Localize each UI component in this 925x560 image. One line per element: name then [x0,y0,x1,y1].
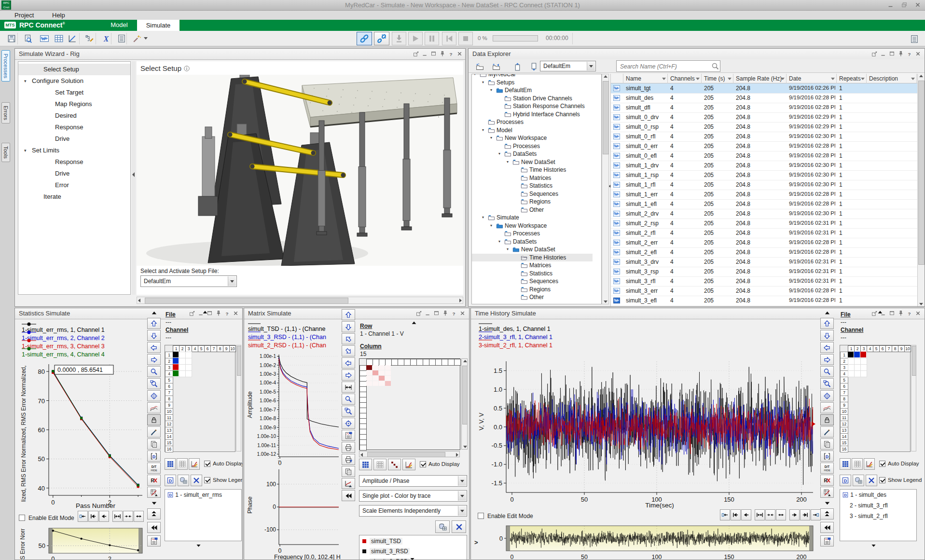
statistics-grid-scrollbar[interactable] [236,345,241,451]
explorer-node-sequences[interactable]: Sequences [472,277,593,286]
statistics-close-button[interactable] [232,310,239,317]
strip-pan-up-button[interactable] [147,318,161,329]
explorer-node-matrices[interactable]: Matrices [472,174,593,182]
wizard-close-button[interactable] [456,50,463,57]
explorer-node-sequences[interactable]: Sequences [472,190,593,198]
strip-pan-down-button[interactable] [147,330,161,341]
matrix-minimize-button[interactable] [424,310,431,317]
statistics-show-legend-checkbox[interactable] [204,477,210,483]
strip-copy-button[interactable] [342,466,355,477]
wizard-pin-button[interactable] [439,50,446,57]
matrix-auto-display-checkbox[interactable] [420,461,426,467]
wizard-step-iterate[interactable]: Iterate [18,191,130,203]
time-history-overview-plot[interactable]: 0050100150200 [476,523,816,560]
matrix-grid-blue-button[interactable] [359,459,372,470]
strip-collapse-up-icon[interactable] [147,309,161,317]
time-history-enable-edit-checkbox[interactable] [478,513,484,519]
matrix-grid-white-button[interactable] [373,459,387,470]
tab-model[interactable]: Model [107,21,131,28]
table-row-simult_0_err[interactable]: simult_0_err4205204.89/19/2016 02:28 PM1 [611,141,918,151]
strip-autoscale-button[interactable] [820,402,834,413]
explorer-close-button[interactable] [914,50,922,57]
wizard-step-select-setup[interactable]: Select Setup [18,64,130,75]
dock-tab-tools[interactable]: Tools [1,143,10,162]
matrix-grid-hscrollbar[interactable] [359,451,460,457]
statistics-nav-step-back-button[interactable] [99,511,109,522]
strip-clear-traces-button[interactable]: R [147,475,161,486]
transport-link-button[interactable] [357,32,372,45]
strip-pan-right-button[interactable] [820,354,834,365]
window-minimize-button[interactable] [887,1,894,8]
strip-select-up-button[interactable] [342,333,355,344]
time-history-expand-icon[interactable] [869,542,878,548]
statistics-enable-edit-checkbox[interactable] [19,515,25,521]
column-header-date[interactable]: Date [787,74,837,83]
strip-pan-down-button[interactable] [820,330,834,341]
column-header-repeats[interactable]: Repeats [837,74,867,83]
explorer-node-regions[interactable]: Regions [472,286,593,294]
toolbar-function-button[interactable]: X [99,32,112,45]
strip-clear-traces-button[interactable]: R [820,475,834,486]
strip-zoom-window-button[interactable] [342,406,355,417]
time-history-grid-white-button[interactable] [852,458,863,470]
time-history-nav-step-back-button[interactable] [741,509,751,520]
menu-item-project[interactable]: Project [12,12,37,19]
matrix-trace-item[interactable]: simult_3_RSD [362,548,410,555]
matrix-pin-button[interactable] [442,310,449,317]
strip-print-button[interactable] [342,442,355,453]
matrix-trace-item[interactable]: simult_TSD [362,538,402,545]
strip-pan-up-button[interactable] [342,309,355,320]
table-row-simult_2_rsp[interactable]: simult_2_rsp4205204.89/19/2016 02:31 PM1 [611,219,918,229]
statistics-plot[interactable]: 8070605040020.0000 , 85.6541Pass Number [17,356,146,511]
explorer-node-statistics[interactable]: Statistics [472,182,593,190]
wizard-step-map-regions[interactable]: Map Regions [18,98,130,110]
wizard-step-error[interactable]: Error [18,179,130,191]
table-row-simult_dfl[interactable]: simult_dfl4205204.89/19/2016 02:28 PM1 [611,103,918,113]
strip-pan-left-button[interactable] [147,342,161,353]
menu-item-help[interactable]: Help [49,12,68,19]
statistics-nav-edit-prev-button[interactable] [78,511,88,522]
column-header-name[interactable]: Name [623,74,668,83]
explorer-node-new-workspace[interactable]: ▾New Workspace [472,222,593,230]
wizard-splitter[interactable] [132,61,136,295]
time-history-collapse-icon[interactable] [875,309,885,316]
table-row-simult_3_rfl[interactable]: simult_3_rfl4205204.89/19/2016 02:31 PM1 [611,276,918,287]
strip-chart-settings-button[interactable] [147,487,161,498]
matrix-collapse-icon[interactable] [409,320,419,327]
matrix-expand-icon[interactable] [407,556,417,560]
strip-pan-left-button[interactable] [820,342,834,353]
explorer-node-matrices[interactable]: Matrices [472,261,593,270]
statistics-nav-span-full-button[interactable] [112,511,123,522]
wizard-popout-button[interactable] [413,50,420,57]
statistics-nav-span-shrink-button[interactable] [123,511,133,522]
strip-pan-right-button[interactable] [147,354,161,365]
matrix-popout-button[interactable] [415,310,423,317]
explorer-export-file-button[interactable] [511,61,524,72]
time-history-nav-span-shrink-button[interactable] [765,509,775,520]
strip-center-target-button[interactable] [820,390,834,401]
strip-copy-button[interactable] [147,438,161,450]
strip-autoscale-button[interactable] [147,402,161,413]
matrix-element-grid[interactable] [359,358,460,450]
matrix-phase-plot[interactable]: 1000-1000Frequency [0.0, 102.4] Hz [245,465,341,560]
time-history-auto-display-checkbox[interactable] [879,461,885,467]
wizard-step-response[interactable]: Response [18,156,130,168]
toolbar-wand-button[interactable] [130,32,143,45]
statistics-help-button[interactable]: ? [223,310,231,317]
time-history-show-legend-checkbox[interactable] [879,477,885,483]
statistics-channel-grid[interactable]: 1234567891012345678910111213141516 [165,345,235,452]
table-row-simult_2_drv[interactable]: simult_2_drv4205204.89/19/2016 02:30 PM1 [611,209,918,219]
wizard-step-drive[interactable]: Drive [18,168,130,179]
column-header-description[interactable]: Description [867,74,917,83]
wizard-maximize-button[interactable] [430,50,437,57]
strip-pan-up-button[interactable] [820,318,834,329]
explorer-node-processes[interactable]: Processes [472,142,593,150]
time-history-nav-step-first-button[interactable] [731,509,741,520]
table-row-simult_0_rsp[interactable]: simult_0_rsp4205204.89/19/2016 02:29 PM1 [611,122,918,132]
time-history-nav-span-grow-button[interactable] [776,509,786,520]
strip-cursor-d-button[interactable]: D [820,451,834,462]
strip-lock-button[interactable] [820,414,834,425]
file-table-scrollbar[interactable] [917,74,925,306]
wizard-step-configure-solution[interactable]: ▾Configure Solution [18,75,130,87]
statistics-d-box-button[interactable]: D [165,475,176,486]
